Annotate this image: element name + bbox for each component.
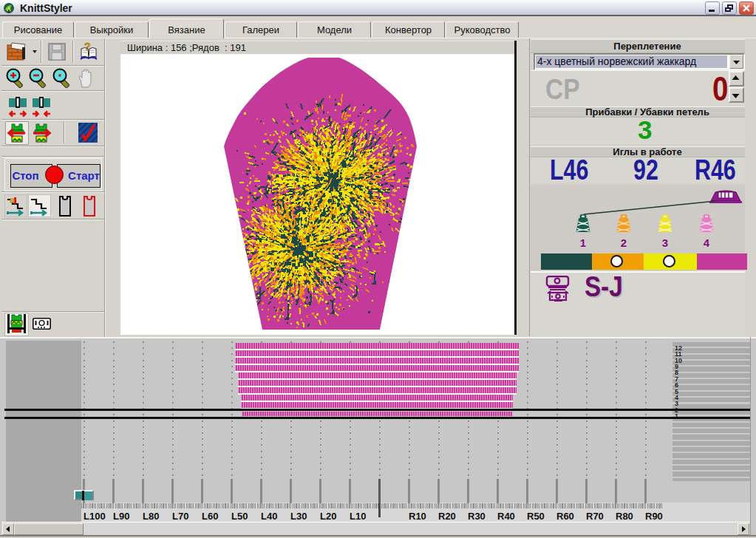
svg-text:?: ? bbox=[84, 41, 91, 52]
